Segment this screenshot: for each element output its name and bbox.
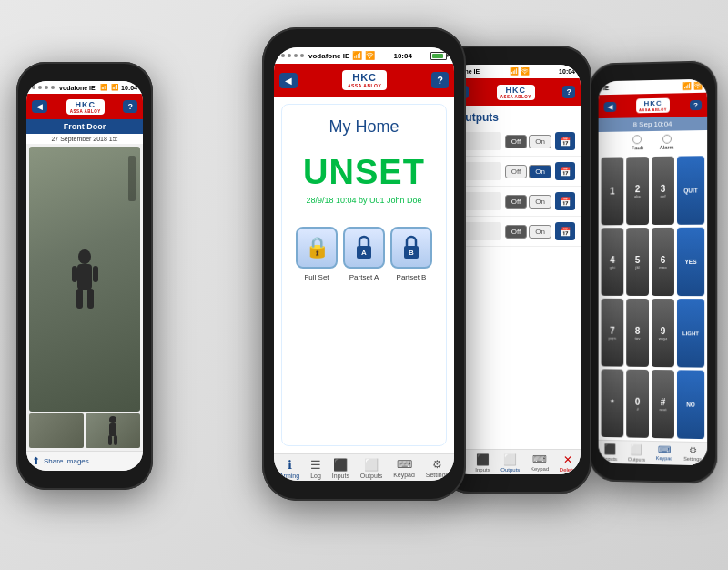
p4-key-9[interactable]: 9 wxyz bbox=[652, 299, 674, 367]
share-icon: ⬆ bbox=[32, 455, 40, 467]
p4-light-button[interactable]: LIGHT bbox=[677, 299, 704, 368]
p1-status-bar: vodafone IE 📶 📶 10:04 bbox=[26, 81, 143, 94]
p4-key-0[interactable]: 0 # bbox=[626, 370, 649, 438]
p3-nav-inputs[interactable]: ⬛ Inputs bbox=[475, 453, 490, 473]
p4-help-button[interactable]: ? bbox=[690, 99, 702, 109]
p3-schedule-btn-3[interactable]: 📅 bbox=[555, 192, 575, 210]
p4-key-3[interactable]: 3 def bbox=[652, 157, 674, 225]
p2-nav-outputs[interactable]: ⬜ Outputs bbox=[360, 458, 383, 479]
p2-partset-b-btn[interactable]: B Partset B bbox=[390, 227, 432, 281]
p2-partset-a-btn[interactable]: A Partset A bbox=[343, 227, 385, 281]
p1-carrier-text: vodafone IE bbox=[59, 85, 96, 91]
keypad-icon: ⌨ bbox=[397, 458, 412, 471]
p4-number-grid: 1 2 abc 3 def 4 ghi bbox=[602, 157, 674, 439]
p2-nav-log[interactable]: ☰ Log bbox=[310, 458, 321, 479]
door-element bbox=[128, 156, 136, 201]
p4-no-button[interactable]: NO bbox=[677, 370, 704, 439]
p1-help-button[interactable]: ? bbox=[123, 100, 137, 113]
p3-on-btn-1[interactable]: On bbox=[529, 135, 551, 148]
p3-nav-delete[interactable]: ✕ Delete bbox=[560, 453, 575, 473]
p1-logo: HKC ASSA ABLOY bbox=[66, 99, 105, 115]
p3-off-btn-4[interactable]: Off bbox=[505, 225, 528, 239]
p3-time: 10:04 bbox=[559, 68, 575, 75]
p2-status-bar: vodafone IE 📶 🛜 10:04 bbox=[274, 47, 454, 64]
p2-nav-settings[interactable]: ⚙ Settings bbox=[426, 458, 449, 479]
p3-toggle-2: Off On bbox=[505, 165, 551, 178]
p2-main-card: My Home UNSET 28/9/18 10:04 by U01 John … bbox=[281, 104, 447, 446]
p4-fault-label: Fault bbox=[632, 145, 643, 150]
p4-key-hash[interactable]: # next bbox=[652, 370, 674, 438]
svg-text:A: A bbox=[361, 249, 367, 257]
p2-status: UNSET bbox=[282, 142, 446, 196]
p1-thumb-2[interactable] bbox=[86, 413, 140, 448]
p3-off-btn-2[interactable]: Off bbox=[505, 165, 528, 178]
p3-on-btn-3[interactable]: On bbox=[529, 195, 551, 209]
svg-point-6 bbox=[109, 416, 116, 423]
p4-yes-button[interactable]: YES bbox=[677, 228, 704, 296]
p4-nav-settings[interactable]: ⚙ Settings bbox=[683, 445, 702, 464]
p1-back-button[interactable]: ◀ bbox=[32, 100, 47, 113]
svg-rect-3 bbox=[87, 289, 94, 309]
p2-partset-a-icon: A bbox=[343, 227, 385, 269]
p4-key-2[interactable]: 2 abc bbox=[626, 157, 649, 225]
p4-key-1[interactable]: 1 bbox=[602, 157, 624, 225]
phone-4: IE 📶 🛜 ◀ HKC ASSA ABLOY ? 8 Sep 10:04 Fa… bbox=[589, 60, 717, 484]
svg-rect-4 bbox=[72, 266, 77, 282]
p1-date: 27 September 2018 15: bbox=[26, 134, 143, 144]
p4-key-star[interactable]: * bbox=[602, 369, 624, 437]
p3-bottom-nav: ☰ Log ⬛ Inputs ⬜ Outputs ⌨ Keypad ✕ De bbox=[450, 449, 581, 474]
svg-rect-5 bbox=[93, 266, 98, 282]
p1-thumb-1[interactable] bbox=[29, 413, 84, 448]
p3-status-bar: afone IE 📶 🛜 10:04 bbox=[450, 65, 581, 78]
svg-rect-2 bbox=[76, 289, 83, 309]
p4-back-button[interactable]: ◀ bbox=[604, 101, 617, 111]
p3-outputs-icon: ⬜ bbox=[503, 453, 517, 466]
p3-on-btn-4[interactable]: On bbox=[529, 225, 551, 239]
p3-schedule-btn-2[interactable]: 📅 bbox=[555, 162, 575, 180]
p2-time: 10:04 bbox=[393, 52, 411, 60]
p2-fullset-btn[interactable]: 🔒 Full Set bbox=[296, 227, 338, 281]
p2-nav-arming[interactable]: ℹ Arming bbox=[279, 458, 299, 479]
p3-off-btn-1[interactable]: Off bbox=[505, 135, 528, 148]
p4-key-5[interactable]: 5 jkl bbox=[626, 228, 649, 296]
p1-main-image bbox=[29, 147, 140, 412]
p4-side-buttons: QUIT YES LIGHT NO bbox=[677, 156, 704, 439]
p2-logo: HKC ASSA ABLOY bbox=[342, 70, 387, 90]
p1-header: ◀ HKC ASSA ABLOY ? bbox=[26, 94, 143, 119]
p4-quit-button[interactable]: QUIT bbox=[677, 156, 704, 225]
p3-nav-keypad[interactable]: ⌨ Keypad bbox=[531, 453, 549, 473]
p1-title: Front Door bbox=[26, 119, 143, 134]
p4-nav-keypad[interactable]: ⌨ Keypad bbox=[656, 444, 673, 463]
inputs-icon: ⬛ bbox=[333, 458, 348, 472]
p4-key-7[interactable]: 7 pqrs bbox=[602, 299, 624, 367]
p4-nav-outputs[interactable]: ⬜ Outputs bbox=[628, 443, 645, 462]
alarm-circle bbox=[662, 135, 672, 144]
p4-nav-inputs[interactable]: ⬛ Inputs bbox=[603, 443, 617, 462]
p2-help-button[interactable]: ? bbox=[431, 72, 449, 88]
p4-keypad-icon: ⌨ bbox=[658, 444, 671, 454]
p4-key-4[interactable]: 4 ghi bbox=[602, 228, 624, 296]
p4-logo: HKC ASSA ABLOY bbox=[636, 98, 670, 114]
p4-key-6[interactable]: 6 mno bbox=[652, 228, 674, 296]
lock-a-icon: A bbox=[352, 234, 376, 261]
p2-nav-inputs[interactable]: ⬛ Inputs bbox=[332, 458, 349, 479]
p3-schedule-btn-1[interactable]: 📅 bbox=[555, 132, 575, 150]
p3-on-btn-2[interactable]: On bbox=[529, 165, 551, 178]
p2-nav-keypad[interactable]: ⌨ Keypad bbox=[393, 458, 415, 479]
p3-nav-outputs[interactable]: ⬜ Outputs bbox=[500, 453, 520, 473]
p3-toggle-3: Off On bbox=[505, 195, 551, 209]
p3-output-row-1: Off On 📅 bbox=[450, 127, 581, 157]
p2-header: ◀ HKC ASSA ABLOY ? bbox=[274, 64, 454, 97]
p4-alarm-label: Alarm bbox=[660, 145, 674, 150]
p3-schedule-btn-4[interactable]: 📅 bbox=[555, 222, 575, 240]
p1-share-bar[interactable]: ⬆ Share Images bbox=[26, 451, 143, 471]
p2-back-button[interactable]: ◀ bbox=[279, 73, 298, 88]
p4-outputs-icon: ⬜ bbox=[630, 443, 642, 455]
p4-key-8[interactable]: 8 tuv bbox=[626, 299, 649, 367]
p4-logo-sub: ASSA ABLOY bbox=[639, 107, 667, 113]
p3-help-button[interactable]: ? bbox=[562, 86, 575, 98]
person-silhouette bbox=[69, 248, 101, 311]
p3-off-btn-3[interactable]: Off bbox=[505, 195, 528, 209]
p4-keypad-area: 1 2 abc 3 def 4 ghi bbox=[599, 153, 708, 442]
p2-bottom-nav: ℹ Arming ☰ Log ⬛ Inputs ⬜ Outputs ⌨ Ke bbox=[274, 453, 454, 481]
